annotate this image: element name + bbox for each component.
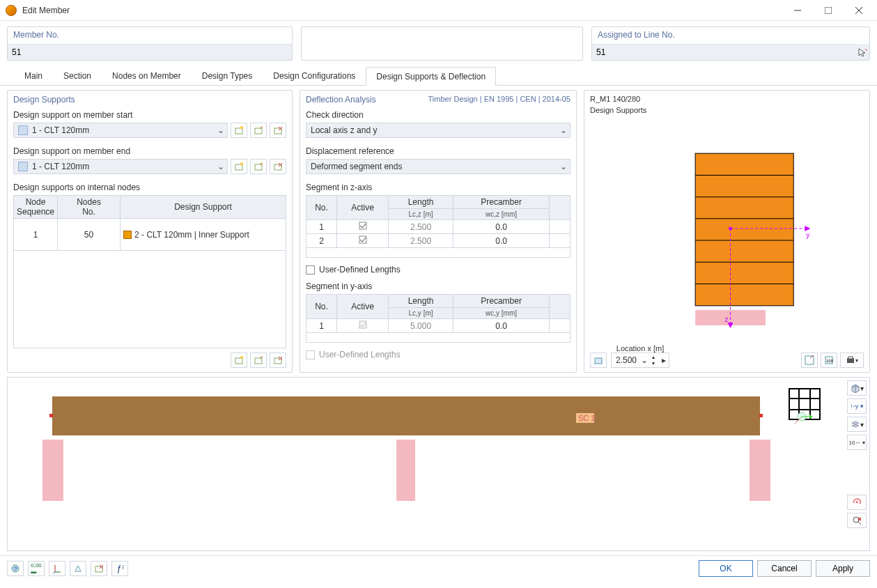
support-start-dropdown[interactable]: 1 - CLT 120mm ⌄ [13, 123, 228, 138]
view-xy-button[interactable]: ↑-y ▾ [847, 399, 867, 414]
svg-rect-26 [695, 153, 793, 306]
coords-button[interactable] [49, 561, 65, 576]
new-support-button[interactable] [231, 123, 247, 138]
delete-config-button[interactable] [91, 561, 107, 576]
tab-bar: Main Section Nodes on Member Design Type… [0, 66, 877, 86]
start-label: Design support on member start [13, 110, 286, 120]
cross-section-panel: R_M1 140/280 Design Supports [584, 90, 870, 373]
tab-design-configs[interactable]: Design Configurations [263, 66, 366, 85]
minimize-button[interactable] [782, 1, 813, 20]
tab-design-types[interactable]: Design Types [192, 66, 263, 85]
code-ref: Timber Design | EN 1995 | CEN | 2014-05 [428, 95, 571, 105]
svg-rect-17 [235, 358, 242, 364]
disp-ref-dropdown[interactable]: Deformed segment ends ⌄ [306, 159, 571, 174]
end-label: Design support on member end [13, 146, 286, 156]
tab-nodes[interactable]: Nodes on Member [102, 66, 192, 85]
member-preview[interactable]: SC 1 ▾ ↑-y ▾ ▾ 10↔ ▾ [7, 377, 870, 551]
internal-supports-table[interactable]: NodeSequence NodesNo. Design Support 1 5… [13, 195, 286, 348]
rotate-button[interactable] [847, 495, 867, 510]
support-end-dropdown[interactable]: 1 - CLT 120mm ⌄ [13, 159, 228, 174]
segment-z-table[interactable]: No. Active Length Precamber Lc,z [m] wc,… [306, 195, 571, 258]
units-button[interactable]: 0,00▬ [28, 561, 45, 576]
view-3d-button[interactable] [590, 353, 607, 368]
play-icon[interactable]: ▸ [659, 355, 669, 365]
screenshot-button[interactable] [801, 353, 818, 368]
svg-text:?: ? [14, 566, 17, 572]
sc-badge: SC 1 [578, 414, 595, 422]
zoom-reset-button[interactable] [847, 513, 867, 528]
footer: ? 0,00▬ ƒ⁽ OK Cancel Apply [0, 555, 877, 581]
chevron-down-icon: ⌄ [641, 355, 648, 365]
view-layers-button[interactable]: ▾ [847, 417, 867, 432]
location-spinner[interactable]: 2.500 ⌄ ▴▾ ▸ [611, 353, 669, 368]
svg-rect-7 [255, 128, 262, 134]
print-button[interactable]: ▾ [840, 353, 864, 368]
table-row[interactable]: 2 2.500 0.0 [306, 234, 571, 248]
checkbox-checked-icon[interactable] [359, 222, 367, 230]
col-support: Design Support [121, 196, 286, 219]
udl-z-checkbox[interactable] [306, 265, 315, 274]
tab-supports-deflection[interactable]: Design Supports & Deflection [366, 67, 496, 86]
function-button[interactable]: ƒ⁽ [111, 561, 128, 576]
svg-rect-39 [595, 358, 602, 364]
svg-point-18 [240, 356, 243, 359]
svg-rect-11 [235, 164, 242, 170]
middle-empty-group [301, 26, 583, 61]
table-row[interactable]: 1 5.000 0.0 [306, 319, 571, 333]
cancel-button[interactable]: Cancel [757, 560, 812, 577]
member-no-label: Member No. [8, 27, 292, 44]
edit-support-button[interactable] [250, 123, 267, 138]
edit-support-button[interactable] [250, 159, 267, 174]
color-chip-icon [18, 162, 28, 171]
seg-y-label: Segment in y-axis [306, 281, 571, 291]
design-supports-panel: Design Supports Design support on member… [7, 90, 293, 373]
svg-rect-19 [255, 358, 262, 364]
svg-rect-48 [42, 440, 63, 501]
col-seq: NodeSequence [14, 196, 58, 219]
disp-ref-value: Deformed segment ends [306, 162, 557, 171]
table-row[interactable]: 1 50 2 - CLT 120mm | Inner Support [14, 219, 286, 251]
check-dir-label: Check direction [306, 110, 571, 120]
view-dims-button[interactable]: 10↔ ▾ [847, 435, 867, 450]
checkbox-checked-icon[interactable] [359, 235, 367, 244]
seg-z-label: Segment in z-axis [306, 183, 571, 192]
deflection-title: Deflection Analysis [306, 95, 376, 105]
svg-rect-5 [235, 128, 242, 134]
ok-button[interactable]: OK [699, 560, 753, 577]
section-viewport[interactable]: z y [590, 117, 864, 344]
table-row[interactable]: 1 2.500 0.0 [306, 220, 571, 234]
edit-row-button[interactable] [250, 353, 267, 368]
delete-support-button[interactable] [270, 123, 286, 138]
close-button[interactable] [844, 1, 874, 20]
view-cube-button[interactable]: ▾ [847, 380, 867, 396]
svg-text:100: 100 [826, 359, 834, 363]
internal-label: Design supports on internal nodes [13, 183, 286, 192]
udl-z-label: User-Defined Lengths [319, 265, 401, 274]
new-support-button[interactable] [231, 159, 247, 174]
tab-main[interactable]: Main [14, 66, 53, 85]
apply-button[interactable]: Apply [816, 560, 870, 577]
color-chip-icon [18, 125, 28, 135]
assigned-line-label: Assigned to Line No. [592, 27, 869, 44]
titlebar: Edit Member [0, 0, 877, 21]
member-no-input[interactable] [8, 44, 292, 60]
copy-button[interactable] [70, 561, 86, 576]
picker-icon[interactable] [855, 45, 869, 59]
svg-point-12 [240, 162, 243, 165]
assigned-line-group: Assigned to Line No. [591, 26, 870, 61]
segment-y-table[interactable]: No. Active Length Precamber Lc,y [m] wc,… [306, 294, 571, 343]
delete-row-button[interactable] [270, 353, 286, 368]
svg-rect-45 [52, 396, 760, 435]
spin-buttons-icon[interactable]: ▴▾ [648, 354, 659, 366]
delete-support-button[interactable] [270, 159, 286, 174]
help-button[interactable]: ? [7, 561, 24, 576]
new-row-button[interactable] [231, 353, 247, 368]
svg-text:y: y [806, 231, 810, 239]
col-nodes: NodesNo. [58, 196, 121, 219]
maximize-button[interactable] [813, 1, 844, 20]
section-name: R_M1 140/280 [590, 95, 864, 103]
export-button[interactable]: 100 [821, 353, 837, 368]
tab-section[interactable]: Section [53, 66, 102, 85]
assigned-line-input[interactable] [592, 44, 855, 60]
check-direction-dropdown[interactable]: Local axis z and y ⌄ [306, 123, 571, 138]
